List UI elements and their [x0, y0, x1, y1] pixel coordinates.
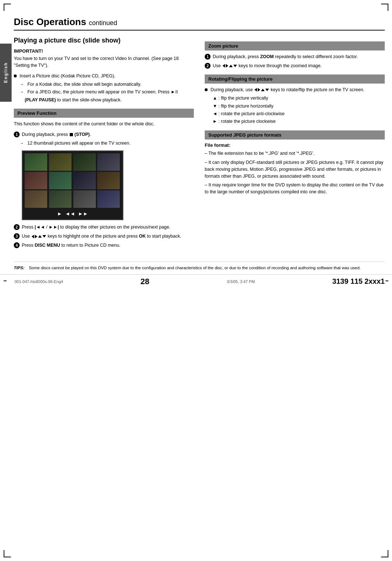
- thumbnail-2: [49, 153, 72, 171]
- preview-text: This function shows the content of the c…: [14, 121, 194, 128]
- footer-left: 001-047-hts8000s-98-Eng4: [15, 279, 63, 284]
- rotate-item-1: ▲ : flip the picture vertically: [213, 94, 385, 102]
- rotate-item-3: ◄ : rotate the picture anti-clockwise: [213, 110, 385, 118]
- tips-label: TIPS:: [14, 265, 24, 271]
- thumbnail-8: [97, 172, 120, 189]
- side-mark-left: [4, 280, 7, 281]
- thumbnail-12: [97, 190, 120, 208]
- step-4-number: 4: [14, 242, 20, 248]
- rot-tri-down: [265, 89, 269, 91]
- arrow-text-1: For a Kodak disc, the slide show will be…: [27, 82, 141, 87]
- thumbnail-nav: ► ◄◄ ►►: [25, 210, 121, 217]
- nav-play-icon: ►: [57, 211, 62, 217]
- bullet-item-1: Insert a Picture disc (Kodak Picture CD,…: [14, 73, 194, 80]
- important-text: You have to turn on your TV and set to t…: [14, 55, 194, 69]
- arrow-item-2: → For a JPEG disc, the picture menu will…: [20, 89, 194, 96]
- corner-mark-tl: [4, 4, 11, 11]
- left-column: Playing a picture disc (slide show) IMPO…: [14, 36, 194, 251]
- step-2-number: 2: [14, 224, 20, 230]
- tips-text: Some discs cannot be played on this DVD …: [29, 265, 360, 271]
- title-main: Disc Operations: [14, 16, 86, 27]
- main-content: Disc Operations continued Playing a pict…: [14, 11, 385, 271]
- sidebar: English: [0, 44, 12, 102]
- thumbnail-4: [97, 153, 120, 171]
- step-3-number: 3: [14, 233, 20, 239]
- rotate-bullet: During playback, use keys to rotate/flip…: [205, 86, 385, 93]
- zoom-tri-left: [222, 64, 225, 68]
- thumbnail-3: [73, 153, 96, 171]
- tri-down-icon: [42, 235, 46, 238]
- important-label: IMPORTANT!: [14, 48, 194, 54]
- footer: 001-047-hts8000s-98-Eng4 28 3/3/05, 3:47…: [0, 274, 392, 288]
- rotate-section-header: Rotating/Flipping the picture: [205, 74, 385, 84]
- bullet-dot-1: [14, 74, 17, 77]
- play-pause-icon: ►II: [171, 89, 178, 94]
- jpeg-item-1: – The file extension has to be '*.JPG' a…: [205, 150, 385, 157]
- step-4-text: Press DISC MENU to return to Picture CD …: [22, 242, 121, 249]
- jpeg-section-header: Supported JPEG picture formats: [205, 130, 385, 140]
- thumbnail-7: [73, 172, 96, 189]
- jpeg-item-3: – It may require longer time for the DVD…: [205, 182, 385, 195]
- right-column: Zoom picture 1 During playback, press ZO…: [205, 36, 385, 251]
- step-1: 1 During playback, press (STOP).: [14, 131, 194, 138]
- zoom-tri-right: [226, 64, 228, 68]
- left-section-heading: Playing a picture disc (slide show): [14, 36, 194, 45]
- page-title: Disc Operations continued: [14, 16, 385, 31]
- zoom-step-1-number: 1: [205, 54, 211, 60]
- step-2-text: Press |◄◄ / ►►| to display the other pic…: [22, 224, 171, 231]
- step-3: 3 Use keys to highlight one of the pictu…: [14, 233, 194, 240]
- play-pause-item: (PLAY PAUSE) to start the slide-show pla…: [25, 97, 194, 104]
- jpeg-item-2: – It can only display DCF-standard still…: [205, 159, 385, 179]
- thumbnail-9: [25, 190, 47, 208]
- thumbnail-5: [25, 172, 47, 189]
- two-column-layout: Playing a picture disc (slide show) IMPO…: [14, 36, 385, 251]
- footer-page-num: 28: [140, 277, 149, 286]
- step-1-number: 1: [14, 132, 20, 137]
- thumbnail-1: [25, 153, 47, 171]
- zoom-step-1: 1 During playback, press ZOOM repeatedly…: [205, 53, 385, 60]
- nav-prev-icon: ◄◄: [65, 211, 75, 217]
- rot-tri-left: [254, 88, 257, 92]
- step-1-arrow-text: 12 thumbnail pictures will appear on the…: [27, 141, 130, 146]
- arrow-icon-step1: →: [20, 141, 24, 146]
- arrow-icon-1: →: [20, 82, 24, 87]
- arrow-icon-2: →: [20, 89, 24, 94]
- corner-mark-bl: [4, 550, 11, 557]
- rot-tri-right: [258, 88, 260, 92]
- step-3-text: Use keys to highlight one of the picture…: [22, 233, 181, 240]
- tips-section: TIPS: Some discs cannot be played on thi…: [14, 262, 385, 271]
- rot-tri-up: [261, 89, 265, 91]
- thumbnail-11: [73, 190, 96, 208]
- thumbnail-container: ► ◄◄ ►►: [22, 150, 123, 220]
- tri-right-icon: [35, 235, 37, 238]
- zoom-step-1-text: During playback, press ZOOM repeatedly t…: [213, 53, 358, 60]
- zoom-tri-up: [229, 65, 233, 67]
- tri-left-icon: [32, 235, 34, 238]
- step-1-text: During playback, press (STOP).: [22, 131, 91, 138]
- file-format-label: File format:: [205, 142, 385, 148]
- thumbnail-6: [49, 172, 72, 189]
- zoom-tri-down: [233, 65, 237, 67]
- nav-next-icon: ►►: [78, 211, 88, 217]
- thumbnail-grid: [25, 153, 121, 208]
- preview-section-header: Preview Function: [14, 109, 194, 118]
- bullet-text-1: Insert a Picture disc (Kodak Picture CD,…: [20, 73, 115, 80]
- page-wrapper: English Disc Operations continued Playin…: [0, 0, 392, 561]
- step-2: 2 Press |◄◄ / ►►| to display the other p…: [14, 224, 194, 231]
- footer-right: 3139 115 2xxx1: [332, 277, 385, 286]
- zoom-step-2-text: Use keys to move through the zoomed imag…: [213, 62, 322, 69]
- thumbnail-10: [49, 190, 72, 208]
- zoom-step-2: 2 Use keys to move through the zoomed im…: [205, 62, 385, 69]
- play-pause-label: (PLAY PAUSE) to start the slide-show pla…: [25, 97, 122, 102]
- step-4: 4 Press DISC MENU to return to Picture C…: [14, 242, 194, 249]
- arrow-text-2: For a JPEG disc, the picture menu will a…: [27, 89, 170, 94]
- zoom-section-header: Zoom picture: [205, 41, 385, 51]
- stop-icon: [70, 133, 73, 136]
- footer-date: 3/3/05, 3:47 PM: [227, 279, 255, 284]
- rotate-item-2: ▼ : flip the picture horizontally: [213, 102, 385, 110]
- corner-mark-br: [381, 550, 388, 557]
- arrow-item-1: → For a Kodak disc, the slide show will …: [20, 81, 194, 88]
- tri-up-icon: [38, 235, 42, 238]
- sidebar-label: English: [3, 62, 8, 83]
- corner-mark-tr: [381, 4, 388, 11]
